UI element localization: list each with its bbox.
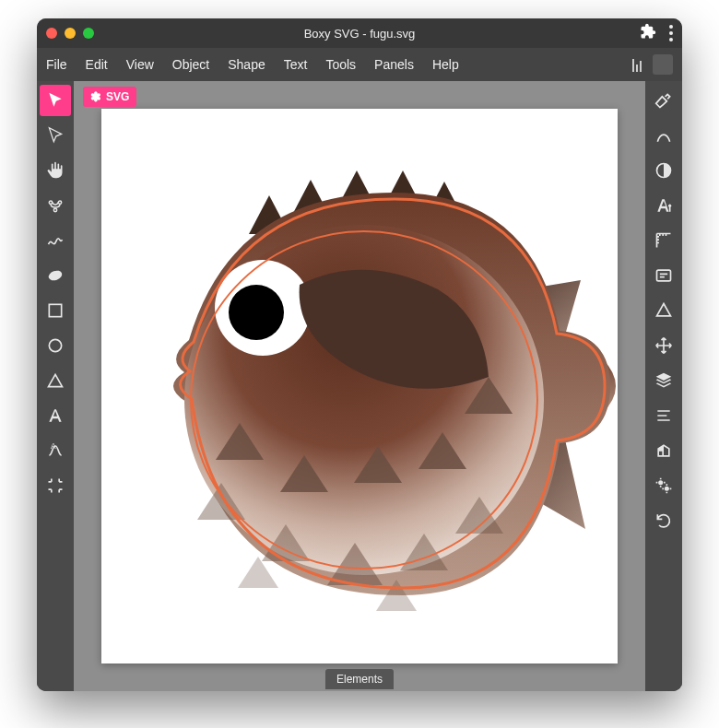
menu-file[interactable]: File	[46, 57, 67, 72]
controls-icon[interactable]	[632, 57, 642, 72]
canvas-badge[interactable]: SVG	[83, 87, 136, 107]
settings-panel[interactable]	[648, 470, 679, 501]
arrange-panel[interactable]	[648, 330, 679, 361]
minimize-button[interactable]	[65, 28, 76, 39]
svg-text:A: A	[51, 441, 56, 451]
titlebar: Boxy SVG - fugu.svg	[37, 18, 682, 48]
canvas-wrap: SVG	[74, 81, 645, 691]
rectangle-tool[interactable]	[40, 295, 71, 326]
window-title: Boxy SVG - fugu.svg	[37, 27, 682, 41]
svg-rect-12	[657, 270, 671, 281]
svg-point-5	[49, 339, 61, 351]
geometry-panel[interactable]	[648, 225, 679, 256]
extension-icon[interactable]	[640, 23, 656, 43]
menubar: File Edit View Object Shape Text Tools P…	[37, 48, 682, 81]
select-tool[interactable]	[40, 85, 71, 116]
triangle-tool[interactable]	[40, 365, 71, 396]
menu-text[interactable]: Text	[284, 57, 308, 72]
canvas-badge-label: SVG	[106, 90, 129, 103]
compositing-panel[interactable]	[648, 155, 679, 186]
app-window: Boxy SVG - fugu.svg File Edit View Objec…	[37, 18, 682, 691]
canvas-outer[interactable]	[74, 81, 645, 691]
maximize-button[interactable]	[83, 28, 94, 39]
freehand-tool[interactable]	[40, 225, 71, 256]
svg-point-2	[53, 208, 56, 211]
svg-point-13	[658, 480, 663, 485]
view-tool[interactable]	[40, 470, 71, 501]
svg-point-1	[58, 201, 61, 204]
svg-point-0	[49, 201, 52, 204]
blob-tool[interactable]	[40, 260, 71, 291]
traffic-lights	[46, 28, 94, 39]
svg-rect-4	[49, 304, 61, 316]
stroke-panel[interactable]	[648, 120, 679, 151]
text-tool[interactable]	[40, 400, 71, 431]
layers-panel[interactable]	[648, 365, 679, 396]
meta-panel[interactable]	[648, 260, 679, 291]
elements-tab[interactable]: Elements	[325, 669, 394, 689]
ellipse-tool[interactable]	[40, 330, 71, 361]
color-swatch[interactable]	[653, 54, 673, 75]
history-panel[interactable]	[648, 505, 679, 536]
close-button[interactable]	[46, 28, 57, 39]
align-panel[interactable]	[648, 400, 679, 431]
svg-point-3	[47, 269, 64, 283]
menus: File Edit View Object Shape Text Tools P…	[46, 57, 459, 72]
left-toolbar: A	[37, 81, 74, 691]
elements-tab-label: Elements	[336, 673, 383, 686]
text-path-tool[interactable]: A	[40, 435, 71, 466]
main-area: A SVG	[37, 81, 682, 691]
menu-panels[interactable]: Panels	[374, 57, 414, 72]
typography-panel[interactable]	[648, 190, 679, 221]
titlebar-right	[640, 23, 673, 43]
artboard[interactable]	[101, 109, 618, 663]
direct-select-tool[interactable]	[40, 120, 71, 151]
fugu-illustration[interactable]	[101, 109, 618, 663]
menubar-right	[632, 54, 673, 75]
shape-panel[interactable]	[648, 295, 679, 326]
pan-tool[interactable]	[40, 155, 71, 186]
svg-point-9	[229, 285, 284, 340]
menu-object[interactable]: Object	[172, 57, 209, 72]
fill-panel[interactable]	[648, 85, 679, 116]
menu-tools[interactable]: Tools	[325, 57, 356, 72]
menu-shape[interactable]: Shape	[228, 57, 265, 72]
menu-view[interactable]: View	[126, 57, 154, 72]
menu-help[interactable]: Help	[432, 57, 459, 72]
right-toolbar	[645, 81, 682, 691]
menu-edit[interactable]: Edit	[86, 57, 108, 72]
library-panel[interactable]	[648, 435, 679, 466]
svg-point-14	[665, 487, 669, 491]
more-menu-icon[interactable]	[669, 25, 673, 41]
edit-points-tool[interactable]	[40, 190, 71, 221]
